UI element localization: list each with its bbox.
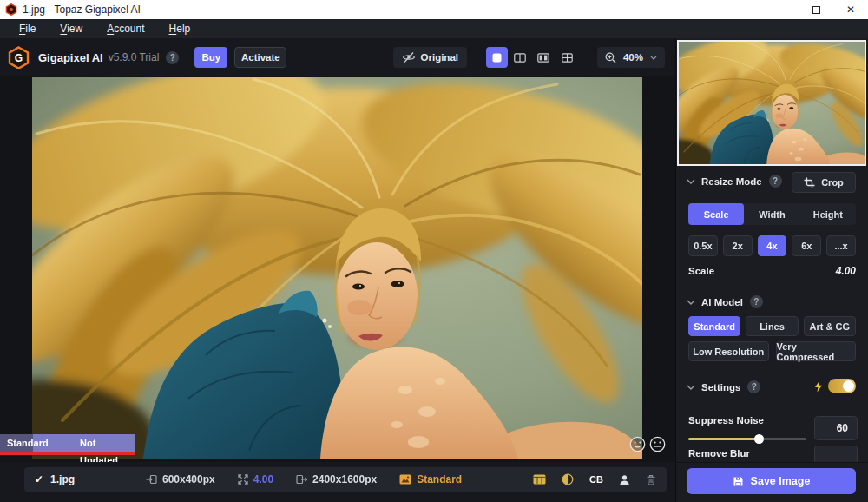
account-icon[interactable]	[619, 474, 630, 485]
right-panel: Resize Mode ? Crop Scale Width Height 0.…	[675, 38, 868, 502]
suppress-noise-slider[interactable]	[688, 433, 806, 444]
save-row: Save Image	[676, 462, 868, 502]
remove-blur-label: Remove Blur	[688, 448, 750, 459]
auto-settings-toggle[interactable]	[828, 379, 856, 393]
suppress-noise-label: Suppress Noise	[688, 415, 764, 426]
comparison-toggle-icon[interactable]	[562, 473, 574, 485]
ai-model-row2: Low Resolution Very Compressed	[688, 341, 856, 361]
close-icon: ✕	[846, 3, 855, 16]
ai-model-row1: Standard Lines Art & CG	[688, 316, 856, 336]
auto-lightning-icon	[814, 380, 823, 393]
scale-ratio: 4.00	[238, 473, 273, 485]
suppress-noise-fill	[688, 438, 760, 440]
ai-model-header[interactable]: AI Model ?	[687, 295, 763, 308]
filename: 1.jpg	[50, 473, 75, 485]
buy-button[interactable]: Buy	[194, 47, 227, 68]
crop-button[interactable]: Crop	[792, 172, 856, 193]
overlay-model-chip: Standard	[7, 434, 49, 452]
minimize-icon	[777, 10, 786, 10]
navigator-thumbnail[interactable]	[677, 40, 866, 166]
scale-label: Scale	[688, 266, 714, 276]
chevron-down-icon	[650, 56, 657, 60]
chevron-down-icon	[687, 385, 695, 390]
view-mode-group	[486, 47, 578, 68]
model-status-overlay: Standard Not Updated	[0, 434, 135, 455]
preset-6x[interactable]: 6x	[792, 235, 821, 256]
minimize-button[interactable]	[764, 0, 799, 19]
model-standard[interactable]: Standard	[688, 316, 740, 336]
neutral-face-button[interactable]	[649, 436, 666, 452]
crop-icon	[804, 177, 815, 188]
suppress-noise-value[interactable]: 60	[814, 416, 858, 440]
side-by-side-view-button[interactable]	[533, 47, 555, 68]
scale-value: 4.00	[836, 265, 856, 277]
single-view-icon	[492, 53, 502, 63]
app-name: Gigapixel AI	[38, 51, 103, 64]
model-very-compressed[interactable]: Very Compressed	[776, 341, 857, 361]
settings-help-button[interactable]: ?	[747, 380, 760, 393]
menubar: File View Account Help	[0, 19, 868, 38]
model-low-resolution[interactable]: Low Resolution	[688, 341, 769, 361]
split-view-button[interactable]	[510, 47, 531, 68]
resize-mode-header[interactable]: Resize Mode ?	[687, 175, 782, 188]
input-dimensions: 600x400px	[146, 473, 215, 485]
single-view-button[interactable]	[486, 47, 508, 68]
zoom-in-icon	[605, 52, 616, 63]
window-title: 1.jpg - Topaz Gigapixel AI	[23, 3, 141, 16]
menu-file[interactable]: File	[7, 19, 48, 38]
app-version: v5.9.0 Trial	[108, 51, 160, 63]
check-icon: ✓	[35, 473, 43, 485]
export-settings-icon[interactable]	[533, 474, 546, 485]
svg-text:G: G	[15, 52, 23, 64]
tab-scale[interactable]: Scale	[688, 203, 744, 225]
chevron-down-icon	[687, 300, 695, 305]
status-bar: ✓ 1.jpg 600x400px	[0, 462, 675, 502]
save-image-button[interactable]: Save Image	[687, 468, 856, 494]
preset-05x[interactable]: 0.5x	[688, 235, 718, 256]
zoom-level: 40%	[623, 52, 643, 63]
maximize-button[interactable]	[799, 0, 833, 19]
model-art-cg[interactable]: Art & CG	[804, 316, 856, 336]
menu-help[interactable]: Help	[157, 19, 203, 38]
tab-height[interactable]: Height	[800, 203, 856, 225]
model-image-icon	[399, 474, 411, 485]
eye-off-icon	[402, 51, 416, 63]
trash-icon[interactable]	[646, 474, 656, 485]
output-dimensions: 2400x1600px	[296, 473, 377, 485]
preset-4x[interactable]: 4x	[758, 235, 787, 256]
settings-panel: Resize Mode ? Crop Scale Width Height 0.…	[676, 168, 868, 462]
activate-button[interactable]: Activate	[234, 47, 286, 68]
split-view-icon	[514, 53, 526, 63]
preview-image[interactable]	[32, 77, 642, 459]
preset-custom[interactable]: ...x	[826, 235, 856, 256]
export-size-icon	[296, 474, 307, 485]
tab-width[interactable]: Width	[744, 203, 799, 225]
topaz-logo-icon	[5, 3, 17, 16]
side-by-side-view-icon	[537, 53, 549, 63]
toggle-knob	[843, 380, 854, 392]
image-canvas[interactable]: Standard Not Updated	[0, 76, 675, 462]
preset-2x[interactable]: 2x	[723, 235, 753, 256]
resize-mode-tabs: Scale Width Height	[688, 203, 856, 225]
import-size-icon	[146, 474, 157, 485]
model-lines[interactable]: Lines	[746, 316, 798, 336]
close-button[interactable]: ✕	[833, 0, 868, 19]
app-window: 1.jpg - Topaz Gigapixel AI ✕ File View A…	[0, 0, 868, 502]
menu-account[interactable]: Account	[95, 19, 156, 38]
menu-view[interactable]: View	[48, 19, 95, 38]
ai-model-help-button[interactable]: ?	[750, 295, 763, 308]
happy-face-button[interactable]	[629, 436, 646, 452]
original-preview-button[interactable]: Original	[393, 47, 467, 68]
grid-view-button[interactable]	[556, 47, 578, 68]
gigapixel-logo-icon: G	[7, 46, 30, 69]
remove-blur-value[interactable]	[814, 446, 858, 462]
grid-view-icon	[562, 53, 573, 63]
slider-thumb[interactable]	[754, 434, 764, 444]
toolbar: G Gigapixel AI v5.9.0 Trial ? Buy Activa…	[0, 38, 675, 76]
app-help-button[interactable]: ?	[166, 51, 179, 64]
zoom-control[interactable]: 40%	[597, 47, 665, 68]
user-initials: CB	[589, 474, 603, 485]
feedback-buttons	[629, 436, 666, 452]
resize-help-button[interactable]: ?	[769, 175, 782, 188]
settings-header[interactable]: Settings ?	[687, 380, 760, 393]
